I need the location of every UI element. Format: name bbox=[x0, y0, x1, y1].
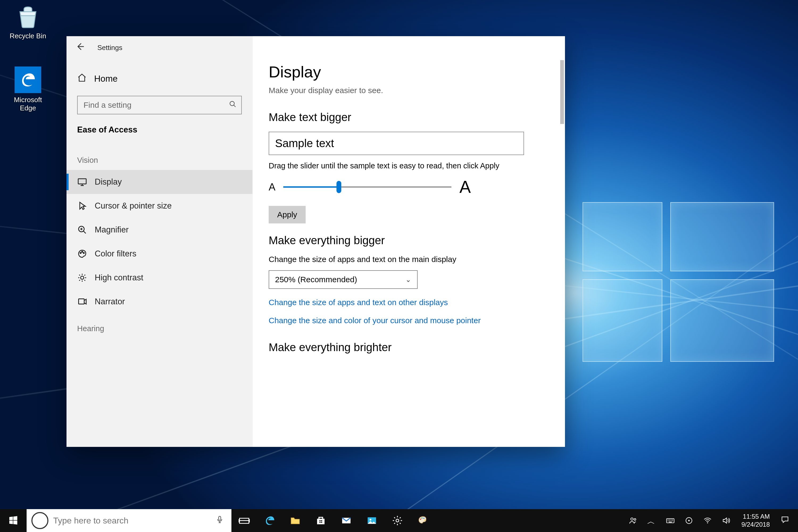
location-icon bbox=[684, 516, 694, 525]
slider-thumb[interactable] bbox=[337, 181, 341, 193]
taskbar-app-mail[interactable] bbox=[334, 509, 359, 532]
sidebar-item-label: Magnifier bbox=[95, 225, 129, 234]
taskbar-search-input[interactable] bbox=[53, 516, 212, 526]
sidebar-item-magnifier[interactable]: Magnifier bbox=[66, 218, 252, 242]
clock-time: 11:55 AM bbox=[741, 513, 770, 520]
page-title: Display bbox=[269, 63, 549, 81]
svg-point-29 bbox=[707, 522, 708, 524]
recycle-bin-icon bbox=[15, 4, 41, 29]
desktop-icon-label: Recycle Bin bbox=[5, 32, 51, 40]
mail-icon bbox=[341, 515, 352, 526]
search-input[interactable] bbox=[77, 96, 242, 114]
svg-rect-13 bbox=[321, 520, 322, 521]
svg-point-22 bbox=[423, 518, 424, 519]
tray-wifi[interactable] bbox=[698, 516, 717, 525]
keyboard-icon bbox=[666, 516, 675, 525]
tray-people[interactable] bbox=[624, 516, 642, 525]
sidebar-item-label: Color filters bbox=[95, 249, 136, 259]
svg-rect-12 bbox=[320, 520, 321, 521]
tray-volume[interactable] bbox=[717, 516, 736, 525]
slider-fill bbox=[283, 187, 339, 188]
back-arrow-icon bbox=[75, 42, 84, 51]
svg-point-20 bbox=[420, 518, 421, 520]
group-vision-label: Vision bbox=[66, 145, 252, 170]
sidebar-item-label: Narrator bbox=[95, 297, 125, 306]
cortana-icon[interactable] bbox=[32, 512, 49, 529]
desktop-background[interactable]: Recycle Bin Microsoft Edge — ☐ ✕ Setting… bbox=[0, 0, 798, 532]
task-view-button[interactable] bbox=[231, 509, 257, 532]
edge-tile bbox=[15, 66, 41, 93]
svg-rect-11 bbox=[249, 519, 250, 522]
page-subtitle: Make your display easier to see. bbox=[269, 86, 549, 95]
microphone-icon[interactable] bbox=[212, 515, 228, 526]
magnifier-icon bbox=[77, 225, 87, 235]
window-title: Settings bbox=[97, 44, 122, 52]
photos-icon bbox=[366, 515, 377, 526]
svg-rect-1 bbox=[78, 179, 86, 184]
scrollbar-thumb[interactable] bbox=[560, 60, 564, 124]
taskbar-app-edge[interactable] bbox=[257, 509, 283, 532]
taskbar-search[interactable] bbox=[26, 509, 231, 532]
brightness-icon bbox=[77, 273, 87, 283]
svg-point-25 bbox=[634, 518, 636, 520]
sidebar-item-display[interactable]: Display bbox=[66, 170, 252, 194]
svg-point-24 bbox=[631, 518, 633, 520]
sidebar-home[interactable]: Home bbox=[66, 68, 252, 89]
svg-point-3 bbox=[80, 252, 81, 253]
sidebar-item-narrator[interactable]: Narrator bbox=[66, 290, 252, 314]
svg-rect-10 bbox=[239, 519, 240, 522]
category-title: Ease of Access bbox=[66, 122, 252, 145]
palette-icon bbox=[77, 249, 87, 259]
narrator-icon bbox=[77, 297, 87, 307]
svg-rect-15 bbox=[321, 521, 322, 523]
system-tray: ︿ 11:55 AM 9/24/2018 bbox=[624, 509, 798, 532]
slider-track bbox=[283, 187, 451, 188]
sidebar-item-high-contrast[interactable]: High contrast bbox=[66, 266, 252, 290]
edge-icon bbox=[19, 71, 36, 88]
folder-icon bbox=[290, 515, 301, 526]
desktop-icon-edge[interactable]: Microsoft Edge bbox=[5, 66, 51, 112]
section-make-text-bigger: Make text bigger bbox=[269, 111, 549, 124]
svg-point-6 bbox=[81, 276, 84, 279]
wallpaper-windows-logo bbox=[583, 202, 774, 362]
link-other-displays[interactable]: Change the size of apps and text on othe… bbox=[269, 298, 549, 307]
settings-sidebar: Settings Home Ease of Access Vision bbox=[66, 36, 253, 447]
sidebar-item-color-filters[interactable]: Color filters bbox=[66, 242, 252, 266]
apply-button[interactable]: Apply bbox=[269, 206, 306, 224]
settings-window: — ☐ ✕ Settings Home bbox=[66, 36, 565, 447]
taskbar-app-file-explorer[interactable] bbox=[283, 509, 308, 532]
sidebar-item-cursor[interactable]: Cursor & pointer size bbox=[66, 194, 252, 218]
wifi-icon bbox=[703, 516, 712, 525]
back-button[interactable] bbox=[72, 42, 88, 53]
slider-caption: Drag the slider until the sample text is… bbox=[269, 162, 529, 170]
svg-point-0 bbox=[230, 101, 234, 106]
taskbar-clock[interactable]: 11:55 AM 9/24/2018 bbox=[736, 513, 776, 529]
notifications-icon bbox=[780, 515, 790, 526]
svg-rect-7 bbox=[79, 299, 84, 304]
taskbar-app-photos[interactable] bbox=[359, 509, 385, 532]
edge-icon bbox=[264, 515, 275, 526]
text-size-slider[interactable] bbox=[283, 182, 451, 192]
taskbar-app-store[interactable] bbox=[308, 509, 334, 532]
svg-rect-8 bbox=[218, 516, 221, 520]
section-make-everything-brighter: Make everything brighter bbox=[269, 341, 549, 354]
desktop-icon-label: Microsoft Edge bbox=[5, 96, 51, 112]
store-icon bbox=[315, 515, 326, 526]
gear-icon bbox=[392, 515, 403, 526]
link-cursor-color[interactable]: Change the size and color of your cursor… bbox=[269, 316, 549, 325]
taskbar-app-settings[interactable] bbox=[385, 509, 410, 532]
svg-point-19 bbox=[396, 519, 399, 522]
tray-overflow[interactable]: ︿ bbox=[642, 516, 661, 525]
taskbar-app-paint[interactable] bbox=[410, 509, 436, 532]
display-icon bbox=[77, 177, 87, 187]
chevron-down-icon: ⌄ bbox=[405, 276, 411, 284]
content-scrollbar[interactable] bbox=[560, 60, 564, 444]
action-center-button[interactable] bbox=[776, 515, 794, 526]
tray-input-method[interactable] bbox=[661, 516, 680, 525]
windows-logo-icon bbox=[8, 515, 19, 526]
start-button[interactable] bbox=[0, 509, 26, 532]
display-scale-dropdown[interactable]: 250% (Recommended) ⌄ bbox=[269, 270, 418, 289]
search-icon bbox=[229, 100, 236, 110]
desktop-icon-recycle-bin[interactable]: Recycle Bin bbox=[5, 4, 51, 40]
tray-location[interactable] bbox=[680, 516, 698, 525]
